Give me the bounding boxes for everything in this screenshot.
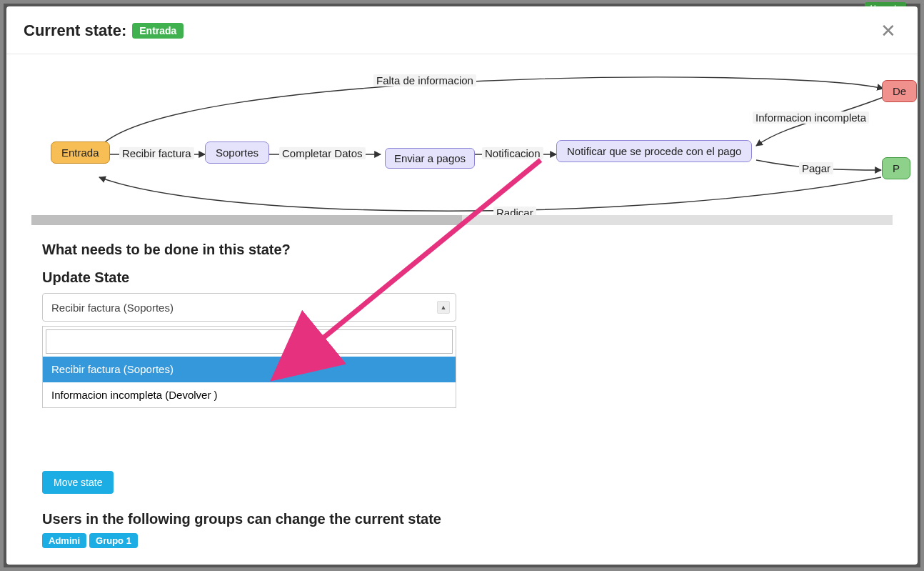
- node-pagar-end[interactable]: P: [882, 157, 910, 179]
- group-badges: Admini Grupo 1: [42, 533, 882, 548]
- dropdown-option-1[interactable]: Informacion incompleta (Devolver ): [43, 382, 456, 408]
- node-entrada[interactable]: Entrada: [51, 141, 110, 164]
- node-notificar[interactable]: Notificar que se procede con el pago: [556, 140, 752, 162]
- node-soportes[interactable]: Soportes: [205, 141, 269, 164]
- modal-backdrop: Upgrade Current state: Entrada ✕: [0, 0, 924, 571]
- title-prefix: Current state:: [24, 21, 126, 40]
- dropdown-search-wrap: [44, 328, 454, 355]
- groups-heading: Users in the following groups can change…: [42, 511, 882, 527]
- state-select-dropdown: Recibir factura (Soportes) Informacion i…: [42, 326, 456, 408]
- group-badge-0[interactable]: Admini: [42, 533, 86, 548]
- workflow-diagram[interactable]: Recibir factura Completar Datos Enviar a…: [6, 54, 918, 226]
- node-devolver[interactable]: De: [882, 80, 917, 102]
- modal-title: Current state: Entrada: [24, 21, 184, 40]
- dropdown-search-input[interactable]: [46, 329, 453, 354]
- close-icon[interactable]: ✕: [876, 21, 900, 41]
- form-section: What needs to be done in this state? Upd…: [6, 226, 918, 548]
- edge-label-pagar: Pagar: [799, 162, 833, 174]
- modal-header: Current state: Entrada ✕: [6, 6, 918, 54]
- edge-label-falta: Falta de informacion: [373, 74, 476, 86]
- diagram-scrollbar[interactable]: [31, 215, 893, 225]
- modal-dialog: Current state: Entrada ✕: [6, 6, 918, 565]
- edge-label-notif: Notificacion: [482, 147, 543, 159]
- question-heading: What needs to be done in this state?: [42, 242, 882, 258]
- edge-label-completar: Completar Datos: [279, 147, 366, 159]
- dropdown-option-0[interactable]: Recibir factura (Soportes): [43, 357, 456, 382]
- chevron-up-icon: ▲: [437, 301, 450, 314]
- edge-label-infoinc: Informacion incompleta: [753, 111, 869, 124]
- update-state-label: Update State: [42, 269, 882, 286]
- modal-body: Recibir factura Completar Datos Enviar a…: [6, 54, 918, 565]
- state-select[interactable]: Recibir factura (Soportes) ▲: [42, 293, 456, 322]
- edge-label-recibir: Recibir factura: [119, 147, 194, 159]
- current-state-badge: Entrada: [132, 23, 184, 39]
- node-enviar-label[interactable]: Enviar a pagos: [385, 148, 475, 169]
- state-select-value: Recibir factura (Soportes): [51, 302, 174, 314]
- group-badge-1[interactable]: Grupo 1: [89, 533, 138, 548]
- diagram-scrollbar-thumb[interactable]: [31, 215, 462, 225]
- move-state-button[interactable]: Move state: [42, 471, 114, 494]
